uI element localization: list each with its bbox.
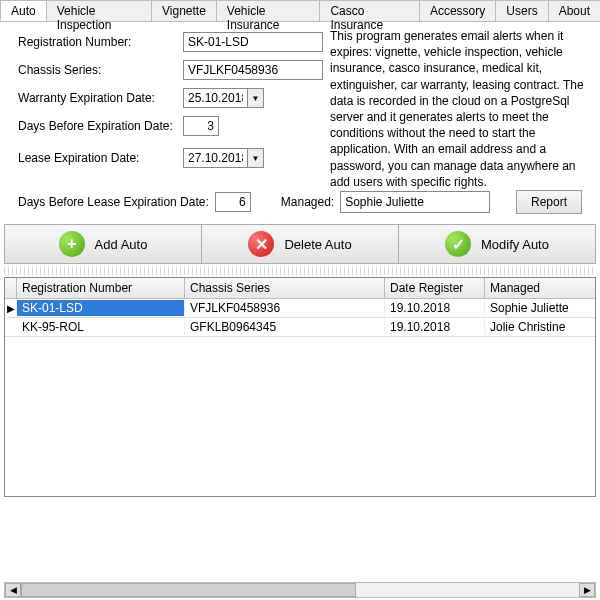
- action-bar: + Add Auto ✕ Delete Auto ✓ Modify Auto: [4, 224, 596, 264]
- tab-auto[interactable]: Auto: [0, 0, 47, 21]
- scroll-left-icon[interactable]: ◀: [5, 583, 21, 597]
- lease-date-dropdown-icon[interactable]: ▼: [248, 148, 264, 168]
- scroll-right-icon[interactable]: ▶: [579, 583, 595, 597]
- grid-header-date[interactable]: Date Register: [385, 278, 485, 298]
- cell-date: 19.10.2018: [385, 319, 485, 335]
- modify-auto-button[interactable]: ✓ Modify Auto: [398, 224, 596, 264]
- lease-label: Lease Expiration Date:: [18, 151, 183, 165]
- cell-reg: KK-95-ROL: [17, 319, 185, 335]
- chassis-input[interactable]: [183, 60, 323, 80]
- delete-auto-label: Delete Auto: [284, 237, 351, 252]
- add-auto-label: Add Auto: [95, 237, 148, 252]
- report-button[interactable]: Report: [516, 190, 582, 214]
- horizontal-scrollbar[interactable]: ◀ ▶: [4, 582, 596, 598]
- data-grid[interactable]: Registration Number Chassis Series Date …: [4, 277, 596, 497]
- days-lease-label: Days Before Lease Expiration Date:: [18, 195, 209, 209]
- warranty-date-input[interactable]: [183, 88, 248, 108]
- cell-chassis: GFKLB0964345: [185, 319, 385, 335]
- cell-managed: Sophie Juliette: [485, 300, 595, 316]
- table-row[interactable]: ▶ SK-01-LSD VFJLKF0458936 19.10.2018 Sop…: [5, 299, 595, 318]
- description-text: This program generates email alerts when…: [330, 28, 590, 190]
- grid-header-marker: [5, 278, 17, 298]
- tab-about[interactable]: About: [548, 0, 600, 21]
- lease-date-input[interactable]: [183, 148, 248, 168]
- tab-vehicle-inspection[interactable]: Vehicle Inspection: [46, 0, 152, 21]
- row-marker-icon: ▶: [5, 303, 17, 314]
- table-row[interactable]: KK-95-ROL GFKLB0964345 19.10.2018 Jolie …: [5, 318, 595, 337]
- cell-date: 19.10.2018: [385, 300, 485, 316]
- days-lease-input[interactable]: [215, 192, 251, 212]
- cell-chassis: VFJLKF0458936: [185, 300, 385, 316]
- scroll-track[interactable]: [21, 583, 579, 597]
- add-auto-button[interactable]: + Add Auto: [4, 224, 202, 264]
- reg-label: Registration Number:: [18, 35, 183, 49]
- delete-auto-button[interactable]: ✕ Delete Auto: [201, 224, 399, 264]
- x-icon: ✕: [248, 231, 274, 257]
- managed-input[interactable]: [340, 191, 490, 213]
- tab-vehicle-insurance[interactable]: Vehicle Insurance: [216, 0, 321, 21]
- grip-divider: [4, 267, 596, 275]
- tab-bar: Auto Vehicle Inspection Vignette Vehicle…: [0, 0, 600, 22]
- reg-input[interactable]: [183, 32, 323, 52]
- plus-icon: +: [59, 231, 85, 257]
- modify-auto-label: Modify Auto: [481, 237, 549, 252]
- grid-header: Registration Number Chassis Series Date …: [5, 278, 595, 299]
- tab-users[interactable]: Users: [495, 0, 548, 21]
- tab-casco-insurance[interactable]: Casco Insurance: [319, 0, 420, 21]
- scroll-thumb[interactable]: [21, 583, 356, 597]
- days-before-label: Days Before Expiration Date:: [18, 119, 183, 133]
- check-icon: ✓: [445, 231, 471, 257]
- chassis-label: Chassis Series:: [18, 63, 183, 77]
- cell-managed: Jolie Christine: [485, 319, 595, 335]
- tab-vignette[interactable]: Vignette: [151, 0, 217, 21]
- grid-header-chassis[interactable]: Chassis Series: [185, 278, 385, 298]
- cell-reg: SK-01-LSD: [17, 300, 185, 316]
- grid-header-managed[interactable]: Managed: [485, 278, 595, 298]
- days-before-input[interactable]: [183, 116, 219, 136]
- warranty-date-dropdown-icon[interactable]: ▼: [248, 88, 264, 108]
- managed-label: Managed:: [281, 195, 334, 209]
- grid-header-reg[interactable]: Registration Number: [17, 278, 185, 298]
- warranty-label: Warranty Expiration Date:: [18, 91, 183, 105]
- tab-accessory[interactable]: Accessory: [419, 0, 496, 21]
